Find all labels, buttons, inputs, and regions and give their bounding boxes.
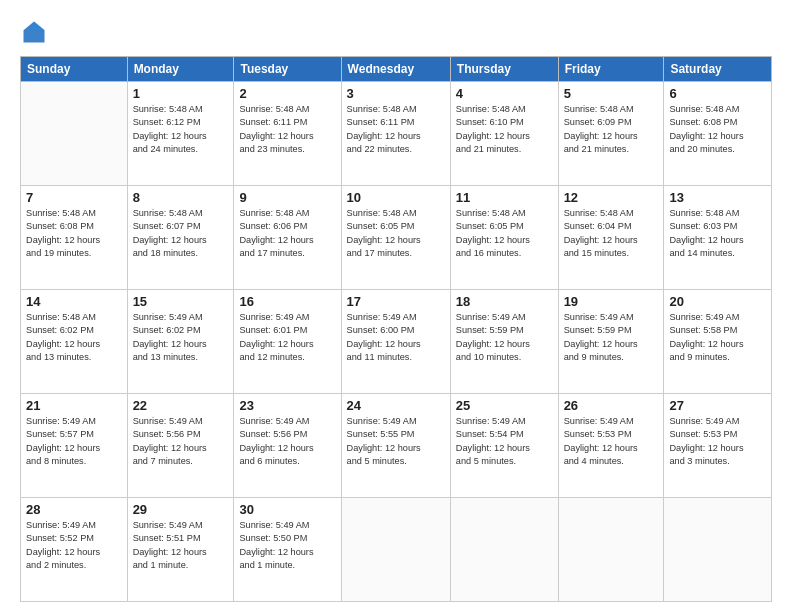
day-number: 15: [133, 294, 229, 309]
day-cell: 5Sunrise: 5:48 AMSunset: 6:09 PMDaylight…: [558, 82, 664, 186]
day-number: 1: [133, 86, 229, 101]
day-info: Sunrise: 5:49 AMSunset: 5:52 PMDaylight:…: [26, 519, 122, 572]
day-cell: 6Sunrise: 5:48 AMSunset: 6:08 PMDaylight…: [664, 82, 772, 186]
day-number: 19: [564, 294, 659, 309]
day-info: Sunrise: 5:49 AMSunset: 5:59 PMDaylight:…: [456, 311, 553, 364]
day-cell: 26Sunrise: 5:49 AMSunset: 5:53 PMDayligh…: [558, 394, 664, 498]
day-cell: 13Sunrise: 5:48 AMSunset: 6:03 PMDayligh…: [664, 186, 772, 290]
day-number: 18: [456, 294, 553, 309]
day-info: Sunrise: 5:49 AMSunset: 5:58 PMDaylight:…: [669, 311, 766, 364]
day-cell: 11Sunrise: 5:48 AMSunset: 6:05 PMDayligh…: [450, 186, 558, 290]
day-info: Sunrise: 5:48 AMSunset: 6:12 PMDaylight:…: [133, 103, 229, 156]
day-cell: 9Sunrise: 5:48 AMSunset: 6:06 PMDaylight…: [234, 186, 341, 290]
day-info: Sunrise: 5:48 AMSunset: 6:08 PMDaylight:…: [26, 207, 122, 260]
day-number: 8: [133, 190, 229, 205]
day-number: 29: [133, 502, 229, 517]
day-cell: [341, 498, 450, 602]
week-row-2: 7Sunrise: 5:48 AMSunset: 6:08 PMDaylight…: [21, 186, 772, 290]
day-cell: 21Sunrise: 5:49 AMSunset: 5:57 PMDayligh…: [21, 394, 128, 498]
calendar-table: Sunday Monday Tuesday Wednesday Thursday…: [20, 56, 772, 602]
day-cell: 27Sunrise: 5:49 AMSunset: 5:53 PMDayligh…: [664, 394, 772, 498]
day-cell: 23Sunrise: 5:49 AMSunset: 5:56 PMDayligh…: [234, 394, 341, 498]
week-row-1: 1Sunrise: 5:48 AMSunset: 6:12 PMDaylight…: [21, 82, 772, 186]
day-info: Sunrise: 5:49 AMSunset: 6:01 PMDaylight:…: [239, 311, 335, 364]
day-number: 9: [239, 190, 335, 205]
col-sunday: Sunday: [21, 57, 128, 82]
col-friday: Friday: [558, 57, 664, 82]
day-cell: 14Sunrise: 5:48 AMSunset: 6:02 PMDayligh…: [21, 290, 128, 394]
day-info: Sunrise: 5:49 AMSunset: 5:55 PMDaylight:…: [347, 415, 445, 468]
day-cell: 8Sunrise: 5:48 AMSunset: 6:07 PMDaylight…: [127, 186, 234, 290]
day-number: 3: [347, 86, 445, 101]
day-number: 11: [456, 190, 553, 205]
week-row-4: 21Sunrise: 5:49 AMSunset: 5:57 PMDayligh…: [21, 394, 772, 498]
day-info: Sunrise: 5:48 AMSunset: 6:11 PMDaylight:…: [347, 103, 445, 156]
day-cell: 17Sunrise: 5:49 AMSunset: 6:00 PMDayligh…: [341, 290, 450, 394]
header-row: Sunday Monday Tuesday Wednesday Thursday…: [21, 57, 772, 82]
day-number: 17: [347, 294, 445, 309]
col-thursday: Thursday: [450, 57, 558, 82]
day-info: Sunrise: 5:48 AMSunset: 6:02 PMDaylight:…: [26, 311, 122, 364]
logo-icon: [20, 18, 48, 46]
day-info: Sunrise: 5:49 AMSunset: 5:53 PMDaylight:…: [669, 415, 766, 468]
day-cell: [21, 82, 128, 186]
day-info: Sunrise: 5:48 AMSunset: 6:08 PMDaylight:…: [669, 103, 766, 156]
day-number: 13: [669, 190, 766, 205]
day-number: 14: [26, 294, 122, 309]
day-info: Sunrise: 5:48 AMSunset: 6:07 PMDaylight:…: [133, 207, 229, 260]
day-number: 22: [133, 398, 229, 413]
day-cell: 22Sunrise: 5:49 AMSunset: 5:56 PMDayligh…: [127, 394, 234, 498]
day-number: 16: [239, 294, 335, 309]
day-info: Sunrise: 5:49 AMSunset: 5:50 PMDaylight:…: [239, 519, 335, 572]
day-info: Sunrise: 5:49 AMSunset: 5:56 PMDaylight:…: [239, 415, 335, 468]
day-info: Sunrise: 5:48 AMSunset: 6:06 PMDaylight:…: [239, 207, 335, 260]
day-cell: 7Sunrise: 5:48 AMSunset: 6:08 PMDaylight…: [21, 186, 128, 290]
day-info: Sunrise: 5:48 AMSunset: 6:10 PMDaylight:…: [456, 103, 553, 156]
day-info: Sunrise: 5:49 AMSunset: 5:59 PMDaylight:…: [564, 311, 659, 364]
week-row-5: 28Sunrise: 5:49 AMSunset: 5:52 PMDayligh…: [21, 498, 772, 602]
day-number: 21: [26, 398, 122, 413]
day-info: Sunrise: 5:48 AMSunset: 6:11 PMDaylight:…: [239, 103, 335, 156]
day-cell: 4Sunrise: 5:48 AMSunset: 6:10 PMDaylight…: [450, 82, 558, 186]
col-tuesday: Tuesday: [234, 57, 341, 82]
day-cell: [664, 498, 772, 602]
day-info: Sunrise: 5:49 AMSunset: 5:57 PMDaylight:…: [26, 415, 122, 468]
day-number: 28: [26, 502, 122, 517]
header: [20, 18, 772, 46]
day-number: 26: [564, 398, 659, 413]
day-info: Sunrise: 5:48 AMSunset: 6:03 PMDaylight:…: [669, 207, 766, 260]
day-number: 7: [26, 190, 122, 205]
day-cell: 30Sunrise: 5:49 AMSunset: 5:50 PMDayligh…: [234, 498, 341, 602]
day-number: 12: [564, 190, 659, 205]
day-info: Sunrise: 5:49 AMSunset: 5:56 PMDaylight:…: [133, 415, 229, 468]
day-info: Sunrise: 5:49 AMSunset: 6:00 PMDaylight:…: [347, 311, 445, 364]
day-cell: 20Sunrise: 5:49 AMSunset: 5:58 PMDayligh…: [664, 290, 772, 394]
day-number: 6: [669, 86, 766, 101]
day-cell: 15Sunrise: 5:49 AMSunset: 6:02 PMDayligh…: [127, 290, 234, 394]
day-cell: 19Sunrise: 5:49 AMSunset: 5:59 PMDayligh…: [558, 290, 664, 394]
day-cell: [558, 498, 664, 602]
day-number: 10: [347, 190, 445, 205]
day-info: Sunrise: 5:48 AMSunset: 6:05 PMDaylight:…: [456, 207, 553, 260]
col-saturday: Saturday: [664, 57, 772, 82]
day-cell: 29Sunrise: 5:49 AMSunset: 5:51 PMDayligh…: [127, 498, 234, 602]
week-row-3: 14Sunrise: 5:48 AMSunset: 6:02 PMDayligh…: [21, 290, 772, 394]
day-cell: 18Sunrise: 5:49 AMSunset: 5:59 PMDayligh…: [450, 290, 558, 394]
svg-marker-1: [34, 22, 45, 31]
day-cell: [450, 498, 558, 602]
col-wednesday: Wednesday: [341, 57, 450, 82]
day-cell: 28Sunrise: 5:49 AMSunset: 5:52 PMDayligh…: [21, 498, 128, 602]
day-number: 23: [239, 398, 335, 413]
day-info: Sunrise: 5:48 AMSunset: 6:09 PMDaylight:…: [564, 103, 659, 156]
day-info: Sunrise: 5:49 AMSunset: 5:54 PMDaylight:…: [456, 415, 553, 468]
day-cell: 25Sunrise: 5:49 AMSunset: 5:54 PMDayligh…: [450, 394, 558, 498]
day-info: Sunrise: 5:48 AMSunset: 6:04 PMDaylight:…: [564, 207, 659, 260]
day-cell: 2Sunrise: 5:48 AMSunset: 6:11 PMDaylight…: [234, 82, 341, 186]
day-number: 4: [456, 86, 553, 101]
col-monday: Monday: [127, 57, 234, 82]
day-info: Sunrise: 5:49 AMSunset: 5:51 PMDaylight:…: [133, 519, 229, 572]
day-number: 25: [456, 398, 553, 413]
day-number: 24: [347, 398, 445, 413]
day-cell: 10Sunrise: 5:48 AMSunset: 6:05 PMDayligh…: [341, 186, 450, 290]
page: Sunday Monday Tuesday Wednesday Thursday…: [0, 0, 792, 612]
